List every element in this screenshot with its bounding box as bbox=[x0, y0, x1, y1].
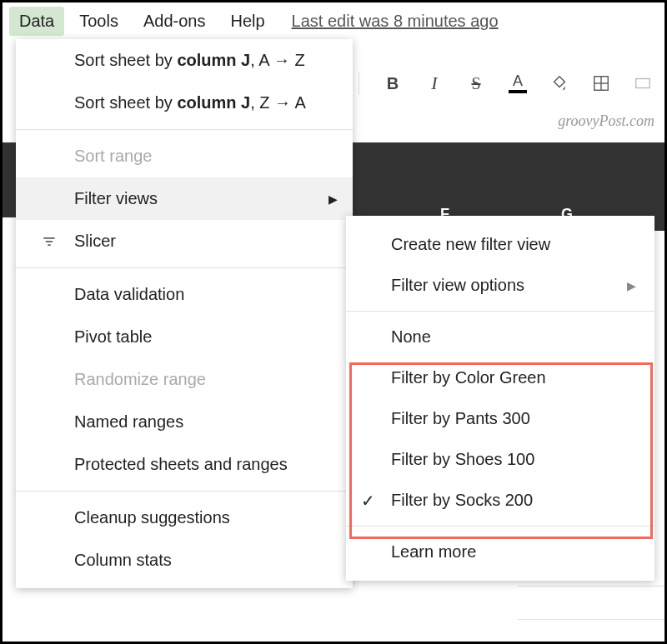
create-filter-view[interactable]: Create new filter view bbox=[346, 224, 654, 265]
filter-views-submenu: Create new filter view Filter view optio… bbox=[346, 216, 654, 581]
filter-item-3[interactable]: ✓ Filter by Socks 200 bbox=[346, 480, 654, 521]
pivot-table[interactable]: Pivot table bbox=[16, 316, 353, 358]
menu-separator bbox=[16, 267, 353, 268]
text-color-button[interactable]: A bbox=[506, 72, 529, 95]
named-ranges[interactable]: Named ranges bbox=[16, 401, 353, 443]
slicer-label: Slicer bbox=[74, 232, 116, 251]
watermark: groovyPost.com bbox=[558, 112, 654, 130]
strikethrough-button[interactable]: S bbox=[464, 72, 488, 95]
menu-separator bbox=[346, 311, 654, 312]
svg-rect-3 bbox=[636, 79, 650, 88]
filter-views-label: Filter views bbox=[74, 189, 158, 208]
data-menu-dropdown: Sort sheet by column J, A → Z Sort sheet… bbox=[16, 39, 353, 588]
gridline bbox=[518, 586, 664, 587]
bold-button[interactable]: B bbox=[381, 72, 404, 95]
data-validation[interactable]: Data validation bbox=[16, 273, 353, 316]
menu-bar: Data Tools Add-ons Help Last edit was 8 … bbox=[3, 2, 664, 39]
chevron-right-icon: ▶ bbox=[328, 192, 338, 206]
toolbar-divider bbox=[359, 72, 359, 95]
merge-cells-button[interactable] bbox=[631, 72, 654, 95]
text-color-swatch bbox=[509, 90, 527, 93]
filter-view-options[interactable]: Filter view options ▶ bbox=[346, 265, 654, 306]
protected-sheets[interactable]: Protected sheets and ranges bbox=[16, 443, 353, 486]
menu-data[interactable]: Data bbox=[9, 7, 64, 36]
menu-separator bbox=[16, 491, 353, 492]
text-color-label: A bbox=[513, 73, 523, 88]
menu-help[interactable]: Help bbox=[220, 7, 274, 36]
last-edit-link[interactable]: Last edit was 8 minutes ago bbox=[292, 12, 499, 31]
fill-color-button[interactable] bbox=[548, 72, 571, 95]
filter-view-options-label: Filter view options bbox=[391, 276, 524, 295]
randomize-range: Randomize range bbox=[16, 358, 353, 401]
menu-separator bbox=[346, 526, 654, 527]
check-icon: ✓ bbox=[361, 491, 375, 511]
sort-sheet-az[interactable]: Sort sheet by column J, A → Z bbox=[16, 39, 353, 82]
sort-az-text: Sort sheet by column J, A → Z bbox=[74, 51, 305, 70]
menu-separator bbox=[16, 129, 353, 130]
borders-button[interactable] bbox=[589, 72, 613, 95]
filter-none[interactable]: None bbox=[346, 317, 654, 357]
sort-sheet-za[interactable]: Sort sheet by column J, Z → A bbox=[16, 82, 353, 124]
cleanup-suggestions[interactable]: Cleanup suggestions bbox=[16, 497, 353, 539]
gridline bbox=[518, 619, 664, 620]
filter-item-3-label: Filter by Socks 200 bbox=[391, 491, 533, 510]
filter-views[interactable]: Filter views ▶ bbox=[16, 177, 353, 220]
slicer[interactable]: Slicer bbox=[16, 220, 353, 262]
chevron-right-icon: ▶ bbox=[627, 279, 636, 292]
italic-button[interactable]: I bbox=[423, 72, 446, 95]
learn-more[interactable]: Learn more bbox=[346, 532, 654, 572]
filter-item-2[interactable]: Filter by Shoes 100 bbox=[346, 439, 654, 480]
sort-range: Sort range bbox=[16, 135, 353, 177]
sort-za-text: Sort sheet by column J, Z → A bbox=[74, 93, 306, 112]
filter-item-0[interactable]: Filter by Color Green bbox=[346, 357, 654, 398]
column-stats[interactable]: Column stats bbox=[16, 539, 353, 582]
filter-item-1[interactable]: Filter by Pants 300 bbox=[346, 398, 654, 439]
menu-addons[interactable]: Add-ons bbox=[133, 7, 216, 36]
slicer-icon bbox=[41, 233, 58, 250]
menu-tools[interactable]: Tools bbox=[69, 7, 128, 36]
